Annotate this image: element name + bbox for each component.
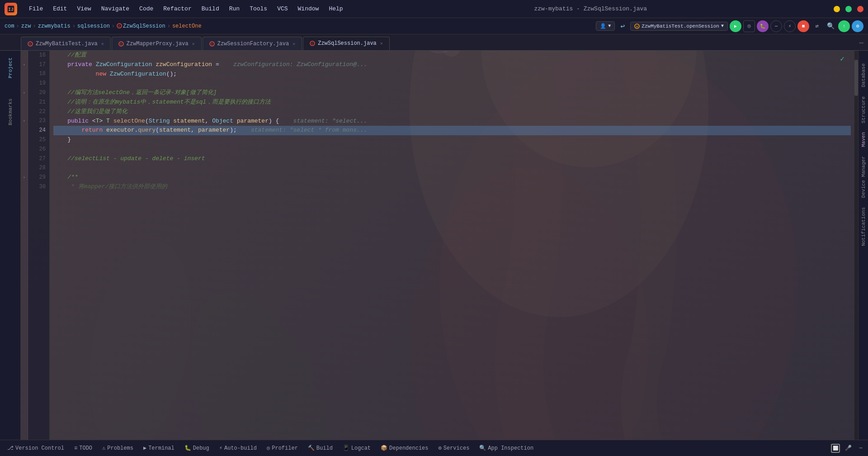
toolbar-debug[interactable]: 🐛 Debug — [180, 443, 214, 453]
breadcrumb-zzw[interactable]: zzw — [21, 23, 31, 29]
run-button[interactable]: ▶ — [730, 20, 741, 32]
right-panel-maven[interactable]: Maven — [859, 128, 868, 151]
menu-navigate[interactable]: Navigate — [97, 4, 134, 14]
toolbar-app-inspection[interactable]: 🔍 App Inspection — [475, 443, 538, 453]
side-panel-right: Database Structure Maven Device Manager … — [858, 51, 868, 440]
breadcrumb: com › zzw › zzwmybatis › sqlsession › CZ… — [5, 23, 202, 29]
plugin-btn[interactable]: ⚙ — [852, 20, 863, 32]
breadcrumb-zzwmybatis[interactable]: zzwmybatis — [38, 23, 71, 29]
toolbar-services[interactable]: ⚙ Services — [434, 443, 474, 453]
tab-sqlsession[interactable]: C ZzwSqlSession.java ✕ — [303, 37, 390, 50]
translate-btn[interactable]: ⇄ — [811, 20, 823, 32]
breadcrumb-sqlsession[interactable]: sqlsession — [77, 23, 110, 29]
code-editor[interactable]: ▾ ▾ ▾ ▾ 16 17 18 19 — [21, 51, 858, 440]
toolbar-terminal[interactable]: ▶ Terminal — [139, 443, 179, 453]
menu-window[interactable]: Window — [293, 4, 324, 14]
menu-run[interactable]: Run — [225, 4, 244, 14]
menu-tools[interactable]: Tools — [245, 4, 272, 14]
tab-more-button[interactable]: ⋯ — [859, 38, 863, 48]
tab-mybatistest-close[interactable]: ✕ — [101, 41, 104, 47]
menu-code[interactable]: Code — [135, 4, 158, 14]
fold-line29[interactable]: ▾ — [23, 175, 25, 180]
menu-build[interactable]: Build — [197, 4, 224, 14]
debug-button[interactable]: 🐛 — [757, 20, 769, 32]
code-line-16: //配置 — [53, 51, 851, 60]
more-run-options[interactable]: ⋯ — [770, 20, 782, 32]
toolbar-dependencies[interactable]: 📦 Dependencies — [376, 443, 433, 453]
toolbar-problems[interactable]: ⚠ Problems — [98, 443, 138, 453]
code-content[interactable]: //配置 private ZzwConfiguration zzwConfigu… — [50, 51, 854, 440]
logcat-icon: 📱 — [343, 445, 349, 451]
breadcrumb-class[interactable]: CZzwSqlSession — [117, 23, 165, 29]
right-panel-device-manager[interactable]: Device Manager — [859, 152, 868, 201]
tab-sessionfactory-close[interactable]: ✕ — [292, 41, 295, 47]
title-bar-left: IJ File Edit View Navigate Code Refactor… — [5, 3, 348, 15]
line-num-17: 17 — [32, 60, 46, 70]
close-button[interactable]: ✕ — [857, 6, 863, 12]
navigate-back-btn[interactable]: ↩ — [617, 20, 628, 32]
tab-sqlsession-close[interactable]: ✕ — [380, 41, 383, 46]
search-btn[interactable]: 🔍 — [825, 20, 836, 32]
version-control-icon: ⎇ — [7, 445, 14, 451]
tab-mapperproxy-close[interactable]: ✕ — [192, 41, 195, 47]
line-num-16: 16 — [32, 51, 46, 60]
toolbar-todo[interactable]: ≡ TODO — [70, 444, 97, 453]
expand-icon[interactable]: ⬜ — [831, 444, 840, 453]
code-line-27: //selectList - update - delete - insert — [53, 154, 851, 164]
fold-line23[interactable]: ▾ — [23, 119, 25, 124]
update-btn[interactable]: ↑ — [838, 20, 850, 32]
line-num-22: 22 — [32, 107, 46, 117]
minimize-button[interactable]: – — [834, 6, 840, 12]
run-config-selector[interactable]: m ZzwMyBatisTest.openSession ▼ — [630, 22, 728, 31]
auto-build-icon: ⚡ — [219, 445, 222, 451]
right-panel-database[interactable]: Database — [859, 60, 868, 91]
breadcrumb-com[interactable]: com — [5, 23, 14, 29]
profiler-icon: ◎ — [267, 445, 270, 451]
scrollbar-thumb[interactable] — [854, 60, 858, 96]
sidebar-bookmarks-icon[interactable]: Bookmarks — [2, 96, 19, 128]
line-num-18: 18 — [32, 70, 46, 79]
tab-mybatistest[interactable]: C ZzwMyBatisTest.java ✕ — [21, 37, 111, 50]
coverage-btn[interactable]: ◎ — [743, 20, 755, 32]
svg-text:C: C — [118, 24, 120, 28]
code-gutter: ▾ ▾ ▾ ▾ — [21, 51, 28, 440]
more-tools-icon[interactable]: ⋯ — [856, 444, 865, 453]
window-title: zzw-mybatis - ZzwSqlSession.java — [534, 5, 647, 12]
tab-sessionfactory[interactable]: C ZzwSessionFactory.java ✕ — [203, 37, 302, 50]
code-line-24: return executor.query(statement, paramet… — [53, 126, 851, 135]
tab-mapperproxy[interactable]: C ZzwMapperProxy.java ✕ — [112, 37, 202, 50]
toolbar-logcat[interactable]: 📱 Logcat — [338, 443, 375, 453]
fold-line17[interactable]: ▾ — [23, 62, 25, 67]
svg-text:C: C — [120, 43, 122, 46]
line-num-30: 30 — [32, 182, 46, 192]
menu-edit[interactable]: Edit — [48, 4, 71, 14]
profile-btn[interactable]: 👤 ▼ — [596, 21, 615, 31]
line-num-23: 23 — [32, 117, 46, 126]
mic-icon[interactable]: 🎤 — [844, 444, 853, 453]
code-line-30: * 将mapper/接口方法供外部使用的 — [53, 182, 851, 192]
menu-help[interactable]: Help — [324, 4, 347, 14]
code-line-18: new ZzwConfiguration(); — [53, 70, 851, 79]
toolbar-build[interactable]: 🔨 Build — [303, 443, 337, 453]
app-inspection-icon: 🔍 — [479, 445, 486, 451]
maximize-button[interactable]: □ — [845, 6, 852, 12]
code-line-23: public <T> T selectOne(String statement,… — [53, 117, 851, 126]
breadcrumb-method[interactable]: selectOne — [172, 23, 202, 29]
fold-line20[interactable]: ▾ — [23, 90, 25, 95]
menu-vcs[interactable]: VCS — [273, 4, 292, 14]
editor-scrollbar[interactable] — [854, 51, 858, 440]
code-line-28 — [53, 164, 851, 173]
toolbar-profiler[interactable]: ◎ Profiler — [262, 443, 302, 453]
right-panel-notifications[interactable]: Notifications — [859, 204, 868, 250]
stop-button[interactable]: ■ — [797, 20, 809, 32]
toolbar-version-control[interactable]: ⎇ Version Control — [3, 443, 69, 453]
profile-run-btn[interactable]: ⚡ — [784, 20, 796, 32]
sidebar-project-icon[interactable]: Project — [2, 54, 19, 81]
menu-view[interactable]: View — [72, 4, 95, 14]
nav-bar: com › zzw › zzwmybatis › sqlsession › CZ… — [0, 18, 868, 34]
toolbar-auto-build[interactable]: ⚡ Auto-build — [215, 443, 261, 453]
right-panel-structure[interactable]: Structure — [859, 93, 868, 127]
app-icon: IJ — [5, 3, 17, 15]
menu-file[interactable]: File — [24, 4, 47, 14]
menu-refactor[interactable]: Refactor — [159, 4, 196, 14]
